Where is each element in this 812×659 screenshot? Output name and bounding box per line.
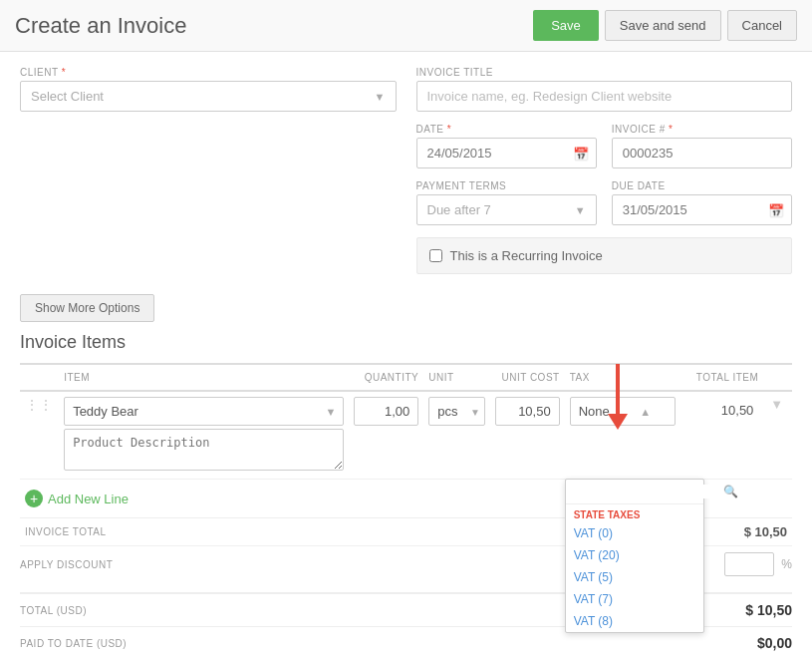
chevron-up-icon: ▲ bbox=[640, 406, 651, 418]
show-more-button[interactable]: Show More Options bbox=[20, 294, 154, 322]
client-label: CLIENT * bbox=[20, 67, 397, 78]
unit-col-header: UNIT bbox=[423, 364, 490, 391]
form-right: INVOICE TITLE DATE * 📅 INVOICE # * bbox=[416, 67, 793, 274]
invoice-title-field: INVOICE TITLE bbox=[416, 67, 793, 112]
tax-cell: None ▲ 🔍 State Taxes VAT (0) VAT (20) bbox=[565, 391, 680, 480]
date-wrapper: 📅 bbox=[416, 138, 597, 168]
payment-terms-field: PAYMENT TERMS Due after 7 Due after 14 D… bbox=[416, 180, 597, 225]
form-section: CLIENT * Select Client ▼ INVOICE TITLE bbox=[0, 52, 812, 289]
date-label: DATE * bbox=[416, 124, 597, 135]
client-field: CLIENT * Select Client ▼ bbox=[20, 67, 397, 112]
tax-selected-value: None bbox=[579, 404, 610, 419]
client-select[interactable]: Select Client bbox=[21, 82, 396, 111]
delete-row-button[interactable]: ▼ bbox=[768, 391, 785, 418]
add-new-line-label: Add New Line bbox=[48, 492, 129, 506]
due-date-label: DUE DATE bbox=[612, 180, 792, 191]
quantity-input[interactable] bbox=[354, 397, 418, 426]
tax-option-vat5[interactable]: VAT (5) bbox=[566, 566, 703, 588]
cost-col-header: UNIT COST bbox=[490, 364, 565, 391]
invoice-total-value: $ 10,50 bbox=[744, 524, 787, 539]
unit-wrapper: pcs ▼ bbox=[428, 397, 485, 426]
item-name-select[interactable]: Teddy Bear bbox=[64, 397, 344, 426]
discount-percent-label: % bbox=[781, 557, 792, 571]
tax-option-vat7[interactable]: VAT (7) bbox=[566, 588, 703, 610]
save-and-send-button[interactable]: Save and send bbox=[605, 10, 721, 41]
total-col-header: TOTAL ITEM bbox=[680, 364, 763, 391]
total-label: TOTAL (USD) bbox=[20, 605, 87, 616]
add-new-line-button[interactable]: + Add New Line bbox=[25, 490, 129, 507]
item-name-cell: Teddy Bear ▼ bbox=[59, 391, 349, 480]
recurring-checkbox[interactable] bbox=[429, 249, 442, 262]
drag-handle-cell: ⋮⋮ bbox=[20, 391, 59, 480]
date-invoice-row: DATE * 📅 INVOICE # * bbox=[416, 124, 793, 168]
due-date-field: DUE DATE 📅 bbox=[612, 180, 792, 225]
description-textarea[interactable] bbox=[64, 429, 344, 471]
invoice-title-input[interactable] bbox=[416, 81, 793, 112]
qty-cell bbox=[349, 391, 423, 480]
payment-due-row: PAYMENT TERMS Due after 7 Due after 14 D… bbox=[416, 180, 793, 225]
invoice-items-title: Invoice Items bbox=[20, 332, 792, 353]
cost-cell bbox=[490, 391, 565, 480]
page-header: Create an Invoice Save Save and send Can… bbox=[0, 0, 812, 52]
total-item-value: 10,50 bbox=[685, 397, 758, 424]
due-date-wrapper: 📅 bbox=[612, 194, 792, 225]
invoice-num-field: INVOICE # * bbox=[612, 124, 792, 168]
search-icon: 🔍 bbox=[723, 485, 738, 498]
tax-col-header: TAX bbox=[565, 364, 680, 391]
tax-search-input[interactable] bbox=[574, 485, 723, 498]
tax-group-label: State Taxes bbox=[566, 504, 703, 522]
recurring-label: This is a Recurring Invoice bbox=[450, 248, 603, 263]
table-header-row: ITEM QUANTITY UNIT UNIT COST TAX TOTAL I… bbox=[20, 364, 792, 391]
tax-option-vat8[interactable]: VAT (8) bbox=[566, 610, 703, 632]
invoice-num-label: INVOICE # * bbox=[612, 124, 792, 135]
tax-dropdown: 🔍 State Taxes VAT (0) VAT (20) VAT (5) V… bbox=[565, 479, 704, 633]
total-value: $ 10,50 bbox=[745, 602, 792, 618]
table-row: ⋮⋮ Teddy Bear ▼ bbox=[20, 391, 792, 480]
items-table: ITEM QUANTITY UNIT UNIT COST TAX TOTAL I… bbox=[20, 363, 792, 480]
discount-input[interactable] bbox=[724, 552, 774, 576]
show-more-section: Show More Options bbox=[20, 294, 792, 322]
drag-col-header bbox=[20, 364, 59, 391]
invoice-num-input[interactable] bbox=[612, 138, 792, 168]
client-select-wrapper[interactable]: Select Client ▼ bbox=[20, 81, 397, 112]
tax-option-vat0[interactable]: VAT (0) bbox=[566, 522, 703, 544]
payment-terms-select-wrapper[interactable]: Due after 7 Due after 14 Due after 30 ▼ bbox=[416, 194, 597, 225]
delete-cell: ▼ bbox=[763, 391, 792, 480]
recurring-row: This is a Recurring Invoice bbox=[416, 237, 793, 274]
discount-input-wrapper: % bbox=[724, 552, 792, 576]
payment-terms-label: PAYMENT TERMS bbox=[416, 180, 597, 191]
header-buttons: Save Save and send Cancel bbox=[533, 10, 797, 41]
invoice-title-label: INVOICE TITLE bbox=[416, 67, 793, 78]
plus-icon: + bbox=[25, 490, 43, 507]
invoice-items-section: Invoice Items ITEM QUANTITY UNIT UNIT CO… bbox=[0, 332, 812, 582]
apply-discount-label: APPLY DISCOUNT bbox=[20, 559, 113, 570]
unit-cell: pcs ▼ bbox=[423, 391, 490, 480]
tax-select-box[interactable]: None ▲ bbox=[570, 397, 676, 426]
unit-select[interactable]: pcs bbox=[428, 397, 485, 426]
total-cell: 10,50 bbox=[680, 391, 763, 480]
qty-col-header: QUANTITY bbox=[349, 364, 423, 391]
invoice-total-label: INVOICE TOTAL bbox=[25, 526, 107, 537]
form-left: CLIENT * Select Client ▼ bbox=[20, 67, 397, 274]
tax-search: 🔍 bbox=[566, 480, 703, 504]
save-button[interactable]: Save bbox=[533, 10, 599, 41]
tax-option-vat20[interactable]: VAT (20) bbox=[566, 544, 703, 566]
item-col-header: ITEM bbox=[59, 364, 349, 391]
date-field: DATE * 📅 bbox=[416, 124, 597, 168]
item-name-wrapper: Teddy Bear ▼ bbox=[64, 397, 344, 426]
paid-label: PAID TO DATE (USD) bbox=[20, 638, 127, 649]
cancel-button[interactable]: Cancel bbox=[727, 10, 797, 41]
paid-value: $0,00 bbox=[757, 635, 792, 651]
payment-terms-select[interactable]: Due after 7 Due after 14 Due after 30 bbox=[417, 195, 596, 224]
unit-cost-input[interactable] bbox=[495, 397, 560, 426]
due-date-input[interactable] bbox=[612, 194, 792, 225]
del-col-header bbox=[763, 364, 792, 391]
page-title: Create an Invoice bbox=[15, 13, 186, 39]
drag-handle-icon[interactable]: ⋮⋮ bbox=[25, 397, 53, 413]
date-input[interactable] bbox=[416, 138, 597, 168]
